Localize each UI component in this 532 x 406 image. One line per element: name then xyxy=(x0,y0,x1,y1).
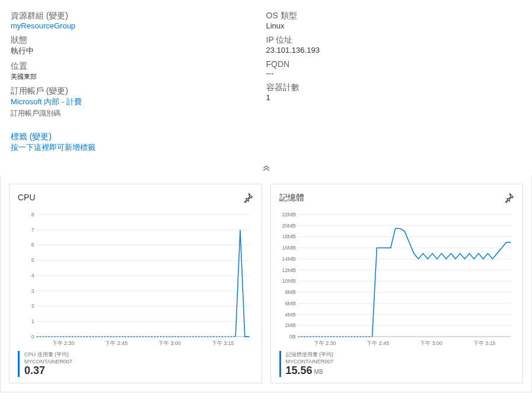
svg-text:6: 6 xyxy=(31,242,34,248)
svg-text:3: 3 xyxy=(31,288,34,294)
svg-text:8MB: 8MB xyxy=(285,289,295,295)
svg-text:12MB: 12MB xyxy=(282,267,295,273)
svg-text:下午 2:30: 下午 2:30 xyxy=(313,340,336,346)
subscription-link[interactable]: Microsoft 內部 - 計費 xyxy=(11,97,82,106)
overview-left-column: 資源群組 (變更) myResourceGroup 狀態 執行中 位置 美國東部… xyxy=(11,11,266,158)
svg-text:10MB: 10MB xyxy=(282,278,295,284)
charts-panel: CPU 012345678下午 2:30下午 2:45下午 3:00下午 3:1… xyxy=(0,175,532,392)
cpu-legend: CPU 使用量 (平均) MYCONTAINER007 0.37 xyxy=(18,351,253,377)
svg-text:14MB: 14MB xyxy=(282,256,295,262)
container-count-label: 容器計數 xyxy=(266,82,300,92)
svg-text:下午 3:00: 下午 3:00 xyxy=(420,340,442,346)
fqdn-label: FQDN xyxy=(266,59,290,69)
cpu-legend-sub: MYCONTAINER007 xyxy=(24,359,253,365)
fqdn-value: --- xyxy=(266,69,274,78)
tags-add-link[interactable]: 按一下這裡即可新增標籤 xyxy=(11,143,95,152)
svg-text:5: 5 xyxy=(31,257,34,263)
tags-label: 標籤 xyxy=(11,132,27,141)
resource-group-label: 資源群組 xyxy=(11,11,44,20)
cpu-chart-title: CPU xyxy=(18,193,36,202)
resource-group-link[interactable]: myResourceGroup xyxy=(11,21,75,30)
field-ip: IP 位址 23.101.136.193 xyxy=(266,35,522,55)
svg-text:16MB: 16MB xyxy=(282,245,295,251)
svg-text:下午 2:45: 下午 2:45 xyxy=(367,340,389,346)
svg-text:下午 3:15: 下午 3:15 xyxy=(212,340,234,346)
svg-text:8: 8 xyxy=(31,212,34,218)
svg-text:4: 4 xyxy=(31,273,34,279)
svg-text:4MB: 4MB xyxy=(285,312,295,318)
cpu-chart-card: CPU 012345678下午 2:30下午 2:45下午 3:00下午 3:1… xyxy=(9,184,262,383)
memory-chart-title: 記憶體 xyxy=(279,193,304,203)
field-resource-group: 資源群組 (變更) myResourceGroup xyxy=(11,11,266,30)
field-container-count: 容器計數 1 xyxy=(266,82,522,102)
field-tags: 標籤 (變更) 按一下這裡即可新增標籤 xyxy=(11,132,266,153)
memory-chart-header: 記憶體 xyxy=(279,193,515,205)
cpu-chart-header: CPU xyxy=(18,193,253,205)
svg-text:下午 2:45: 下午 2:45 xyxy=(105,340,128,346)
os-type-value: Linux xyxy=(266,21,285,30)
svg-text:下午 3:15: 下午 3:15 xyxy=(473,340,495,346)
chevron-up-double-icon xyxy=(262,165,270,171)
tags-change[interactable]: (變更) xyxy=(30,132,52,141)
cpu-legend-value: 0.37 xyxy=(24,365,45,376)
memory-legend-value: 15.56 xyxy=(286,365,313,376)
svg-text:下午 3:00: 下午 3:00 xyxy=(158,340,181,346)
svg-text:0: 0 xyxy=(31,334,34,340)
svg-text:2MB: 2MB xyxy=(285,322,295,328)
cpu-chart-body[interactable]: 012345678下午 2:30下午 2:45下午 3:00下午 3:15 xyxy=(18,211,253,347)
svg-text:18MB: 18MB xyxy=(282,234,295,239)
svg-text:1: 1 xyxy=(31,318,34,324)
field-os-type: OS 類型 Linux xyxy=(266,11,522,30)
collapse-toggle[interactable] xyxy=(0,162,532,175)
svg-text:下午 2:30: 下午 2:30 xyxy=(52,340,75,346)
svg-text:2: 2 xyxy=(31,303,34,309)
location-label: 位置 xyxy=(11,61,27,71)
status-value: 執行中 xyxy=(11,46,34,55)
subscription-label: 訂用帳戶 xyxy=(11,86,44,95)
subscription-id-label: 訂用帳戶識別碼 xyxy=(11,108,266,119)
overview-right-column: OS 類型 Linux IP 位址 23.101.136.193 FQDN --… xyxy=(266,11,522,158)
memory-legend: 記憶體使用量 (平均) MYCONTAINER007 15.56MB xyxy=(279,351,515,377)
memory-chart-card: 記憶體 0B2MB4MB6MB8MB10MB12MB14MB16MB18MB20… xyxy=(270,184,524,383)
ip-value: 23.101.136.193 xyxy=(266,46,320,55)
memory-legend-sub: MYCONTAINER007 xyxy=(286,359,515,365)
pin-icon xyxy=(504,193,514,203)
status-label: 狀態 xyxy=(11,35,27,44)
memory-legend-label: 記憶體使用量 (平均) xyxy=(286,351,515,359)
field-fqdn: FQDN --- xyxy=(266,59,522,78)
container-count-value: 1 xyxy=(266,93,270,102)
svg-text:0B: 0B xyxy=(289,334,295,340)
cpu-legend-label: CPU 使用量 (平均) xyxy=(24,351,253,359)
pin-icon xyxy=(243,193,253,203)
memory-legend-unit: MB xyxy=(314,369,323,375)
resource-group-change[interactable]: (變更) xyxy=(46,11,68,20)
pin-button[interactable] xyxy=(243,193,253,205)
ip-label: IP 位址 xyxy=(266,35,293,44)
location-value: 美國東部 xyxy=(11,73,37,80)
svg-text:22MB: 22MB xyxy=(282,212,295,218)
subscription-change[interactable]: (變更) xyxy=(46,86,68,95)
memory-chart-body[interactable]: 0B2MB4MB6MB8MB10MB12MB14MB16MB18MB20MB22… xyxy=(279,211,515,347)
field-subscription: 訂用帳戶 (變更) Microsoft 內部 - 計費 訂用帳戶識別碼 xyxy=(11,86,266,119)
field-status: 狀態 執行中 xyxy=(11,35,266,56)
svg-text:7: 7 xyxy=(31,227,34,233)
os-type-label: OS 類型 xyxy=(266,11,297,20)
field-location: 位置 美國東部 xyxy=(11,61,266,81)
pin-button[interactable] xyxy=(504,193,514,205)
svg-text:6MB: 6MB xyxy=(285,300,295,306)
svg-text:20MB: 20MB xyxy=(282,223,295,229)
overview-panel: 資源群組 (變更) myResourceGroup 狀態 執行中 位置 美國東部… xyxy=(0,0,532,162)
